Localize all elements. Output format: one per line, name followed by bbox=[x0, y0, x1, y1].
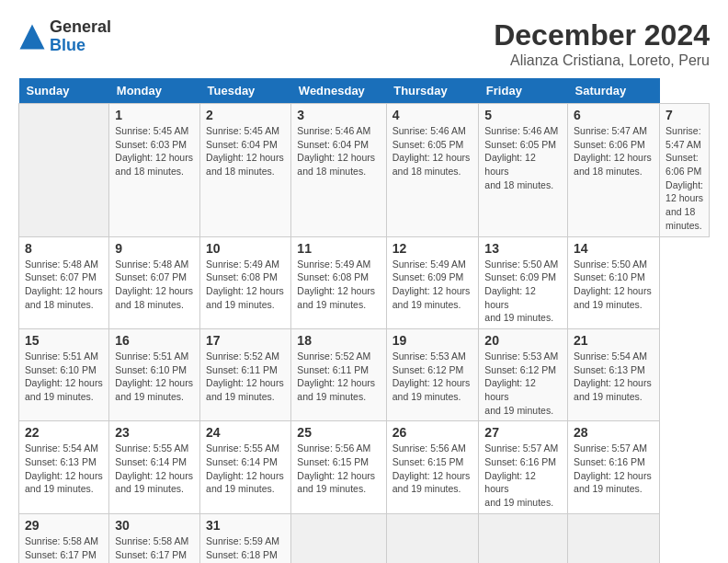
day-info: Sunrise: 5:53 AM Sunset: 6:12 PM Dayligh… bbox=[484, 350, 562, 417]
calendar-cell: 7Sunrise: 5:47 AM Sunset: 6:06 PM Daylig… bbox=[660, 104, 710, 237]
day-number: 4 bbox=[392, 108, 473, 122]
day-number: 28 bbox=[574, 425, 654, 440]
calendar-cell: 25Sunrise: 5:56 AM Sunset: 6:15 PM Dayli… bbox=[291, 421, 386, 513]
calendar-cell: 23Sunrise: 5:55 AM Sunset: 6:14 PM Dayli… bbox=[109, 421, 200, 513]
day-number: 31 bbox=[206, 518, 285, 533]
calendar-table: SundayMondayTuesdayWednesdayThursdayFrid… bbox=[18, 78, 710, 563]
logo-icon bbox=[18, 23, 46, 51]
day-number: 26 bbox=[392, 425, 473, 440]
day-info: Sunrise: 5:51 AM Sunset: 6:10 PM Dayligh… bbox=[115, 350, 194, 404]
day-info: Sunrise: 5:48 AM Sunset: 6:07 PM Dayligh… bbox=[25, 258, 103, 312]
calendar-week-2: 8Sunrise: 5:48 AM Sunset: 6:07 PM Daylig… bbox=[19, 236, 710, 328]
day-info: Sunrise: 5:54 AM Sunset: 6:13 PM Dayligh… bbox=[25, 442, 103, 496]
day-info: Sunrise: 5:50 AM Sunset: 6:10 PM Dayligh… bbox=[574, 258, 654, 312]
title-area: December 2024 Alianza Cristiana, Loreto,… bbox=[494, 18, 710, 69]
header: General Blue December 2024 Alianza Crist… bbox=[18, 18, 710, 69]
day-info: Sunrise: 5:47 AM Sunset: 6:06 PM Dayligh… bbox=[665, 124, 703, 233]
calendar-cell: 24Sunrise: 5:55 AM Sunset: 6:14 PM Dayli… bbox=[200, 421, 291, 513]
calendar-cell: 4Sunrise: 5:46 AM Sunset: 6:05 PM Daylig… bbox=[386, 104, 479, 237]
day-number: 3 bbox=[297, 108, 380, 122]
day-number: 24 bbox=[206, 425, 285, 440]
day-header-saturday: Saturday bbox=[568, 78, 660, 104]
logo-general: General bbox=[50, 18, 111, 37]
day-number: 18 bbox=[297, 333, 380, 348]
day-info: Sunrise: 5:56 AM Sunset: 6:15 PM Dayligh… bbox=[392, 442, 473, 496]
calendar-cell: 2Sunrise: 5:45 AM Sunset: 6:04 PM Daylig… bbox=[200, 104, 291, 237]
day-number: 30 bbox=[115, 518, 194, 533]
calendar-cell: 31Sunrise: 5:59 AM Sunset: 6:18 PM Dayli… bbox=[200, 513, 291, 563]
calendar-cell: 3Sunrise: 5:46 AM Sunset: 6:04 PM Daylig… bbox=[291, 104, 386, 237]
day-number: 5 bbox=[484, 108, 562, 122]
day-number: 7 bbox=[665, 108, 703, 122]
day-header-wednesday: Wednesday bbox=[291, 78, 386, 104]
day-number: 20 bbox=[484, 333, 562, 348]
calendar-cell: 20Sunrise: 5:53 AM Sunset: 6:12 PM Dayli… bbox=[479, 328, 568, 420]
day-number: 6 bbox=[574, 108, 654, 122]
day-number: 17 bbox=[206, 333, 285, 348]
day-info: Sunrise: 5:45 AM Sunset: 6:04 PM Dayligh… bbox=[206, 124, 285, 178]
calendar-week-5: 29Sunrise: 5:58 AM Sunset: 6:17 PM Dayli… bbox=[19, 513, 710, 563]
day-number: 8 bbox=[25, 241, 103, 256]
calendar-cell bbox=[19, 104, 109, 237]
day-info: Sunrise: 5:55 AM Sunset: 6:14 PM Dayligh… bbox=[206, 442, 285, 496]
calendar-week-1: 1Sunrise: 5:45 AM Sunset: 6:03 PM Daylig… bbox=[19, 104, 710, 237]
day-info: Sunrise: 5:52 AM Sunset: 6:11 PM Dayligh… bbox=[206, 350, 285, 404]
day-info: Sunrise: 5:46 AM Sunset: 6:04 PM Dayligh… bbox=[297, 124, 380, 178]
day-info: Sunrise: 5:58 AM Sunset: 6:17 PM Dayligh… bbox=[25, 534, 103, 563]
calendar-cell: 14Sunrise: 5:50 AM Sunset: 6:10 PM Dayli… bbox=[568, 236, 660, 328]
day-info: Sunrise: 5:48 AM Sunset: 6:07 PM Dayligh… bbox=[115, 258, 194, 312]
day-number: 22 bbox=[25, 425, 103, 440]
month-title: December 2024 bbox=[494, 18, 710, 52]
calendar-cell: 17Sunrise: 5:52 AM Sunset: 6:11 PM Dayli… bbox=[200, 328, 291, 420]
calendar-cell: 9Sunrise: 5:48 AM Sunset: 6:07 PM Daylig… bbox=[109, 236, 200, 328]
calendar-cell bbox=[479, 513, 568, 563]
day-info: Sunrise: 5:51 AM Sunset: 6:10 PM Dayligh… bbox=[25, 350, 103, 404]
day-number: 15 bbox=[25, 333, 103, 348]
day-number: 13 bbox=[484, 241, 562, 256]
day-info: Sunrise: 5:53 AM Sunset: 6:12 PM Dayligh… bbox=[392, 350, 473, 404]
day-header-monday: Monday bbox=[109, 78, 200, 104]
day-info: Sunrise: 5:59 AM Sunset: 6:18 PM Dayligh… bbox=[206, 534, 285, 563]
day-info: Sunrise: 5:49 AM Sunset: 6:09 PM Dayligh… bbox=[392, 258, 473, 312]
calendar-week-3: 15Sunrise: 5:51 AM Sunset: 6:10 PM Dayli… bbox=[19, 328, 710, 420]
day-number: 11 bbox=[297, 241, 380, 256]
calendar-cell: 5Sunrise: 5:46 AM Sunset: 6:05 PM Daylig… bbox=[479, 104, 568, 237]
days-header-row: SundayMondayTuesdayWednesdayThursdayFrid… bbox=[19, 78, 710, 104]
day-number: 25 bbox=[297, 425, 380, 440]
logo-text: General Blue bbox=[50, 18, 111, 55]
day-number: 21 bbox=[574, 333, 654, 348]
day-info: Sunrise: 5:56 AM Sunset: 6:15 PM Dayligh… bbox=[297, 442, 380, 496]
day-info: Sunrise: 5:57 AM Sunset: 6:16 PM Dayligh… bbox=[484, 442, 562, 509]
calendar-cell: 6Sunrise: 5:47 AM Sunset: 6:06 PM Daylig… bbox=[568, 104, 660, 237]
day-number: 19 bbox=[392, 333, 473, 348]
day-header-sunday: Sunday bbox=[19, 78, 109, 104]
day-info: Sunrise: 5:50 AM Sunset: 6:09 PM Dayligh… bbox=[484, 258, 562, 325]
calendar-cell bbox=[568, 513, 660, 563]
day-header-tuesday: Tuesday bbox=[200, 78, 291, 104]
day-info: Sunrise: 5:46 AM Sunset: 6:05 PM Dayligh… bbox=[484, 124, 562, 191]
calendar-cell: 19Sunrise: 5:53 AM Sunset: 6:12 PM Dayli… bbox=[386, 328, 479, 420]
day-number: 10 bbox=[206, 241, 285, 256]
calendar-cell: 26Sunrise: 5:56 AM Sunset: 6:15 PM Dayli… bbox=[386, 421, 479, 513]
day-info: Sunrise: 5:57 AM Sunset: 6:16 PM Dayligh… bbox=[574, 442, 654, 496]
calendar-cell: 16Sunrise: 5:51 AM Sunset: 6:10 PM Dayli… bbox=[109, 328, 200, 420]
day-info: Sunrise: 5:46 AM Sunset: 6:05 PM Dayligh… bbox=[392, 124, 473, 178]
day-number: 16 bbox=[115, 333, 194, 348]
day-info: Sunrise: 5:45 AM Sunset: 6:03 PM Dayligh… bbox=[115, 124, 194, 178]
calendar-cell: 28Sunrise: 5:57 AM Sunset: 6:16 PM Dayli… bbox=[568, 421, 660, 513]
day-number: 23 bbox=[115, 425, 194, 440]
day-number: 14 bbox=[574, 241, 654, 256]
day-number: 2 bbox=[206, 108, 285, 122]
logo-blue: Blue bbox=[50, 37, 111, 55]
day-info: Sunrise: 5:49 AM Sunset: 6:08 PM Dayligh… bbox=[206, 258, 285, 312]
calendar-cell: 1Sunrise: 5:45 AM Sunset: 6:03 PM Daylig… bbox=[109, 104, 200, 237]
day-info: Sunrise: 5:49 AM Sunset: 6:08 PM Dayligh… bbox=[297, 258, 380, 312]
calendar-cell: 27Sunrise: 5:57 AM Sunset: 6:16 PM Dayli… bbox=[479, 421, 568, 513]
calendar-cell: 12Sunrise: 5:49 AM Sunset: 6:09 PM Dayli… bbox=[386, 236, 479, 328]
calendar-cell: 18Sunrise: 5:52 AM Sunset: 6:11 PM Dayli… bbox=[291, 328, 386, 420]
calendar-cell: 21Sunrise: 5:54 AM Sunset: 6:13 PM Dayli… bbox=[568, 328, 660, 420]
calendar-cell: 30Sunrise: 5:58 AM Sunset: 6:17 PM Dayli… bbox=[109, 513, 200, 563]
day-info: Sunrise: 5:47 AM Sunset: 6:06 PM Dayligh… bbox=[574, 124, 654, 178]
day-number: 1 bbox=[115, 108, 194, 122]
calendar-cell: 15Sunrise: 5:51 AM Sunset: 6:10 PM Dayli… bbox=[19, 328, 109, 420]
